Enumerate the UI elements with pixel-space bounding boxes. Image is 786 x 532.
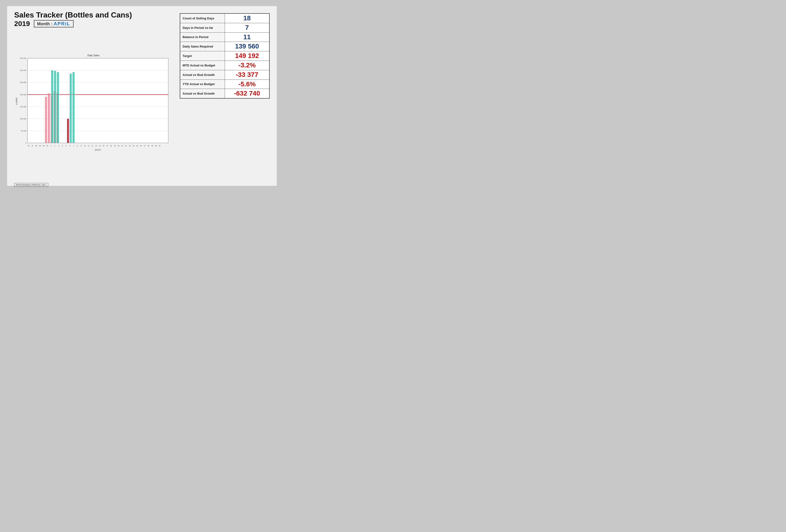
svg-text:250 000: 250 000: [20, 81, 26, 84]
svg-text:300 000: 300 000: [20, 69, 26, 71]
chart-container: Daily Sales 0 50 000 100 000: [14, 30, 173, 181]
svg-text:3: 3: [58, 145, 59, 147]
stats-table: Count of Selling Days18Days in Period so…: [180, 13, 270, 99]
chart-title: Daily Sales: [87, 54, 99, 57]
svg-text:7: 7: [73, 145, 74, 147]
svg-text:15: 15: [103, 145, 105, 147]
svg-text:8: 8: [77, 145, 78, 147]
stats-row-0: Count of Selling Days18: [180, 14, 270, 23]
stats-row-7: YTD Actual vs Budget-5.6%: [180, 79, 270, 89]
svg-text:350 000: 350 000: [20, 57, 26, 59]
svg-text:26: 26: [140, 145, 142, 147]
stats-label-2: Balance in Period: [180, 32, 225, 42]
svg-rect-27: [67, 119, 69, 143]
svg-rect-20: [48, 93, 50, 143]
svg-text:12: 12: [92, 145, 93, 147]
stats-value-8: -632 740: [225, 89, 270, 98]
stats-row-2: Balance in Period11: [180, 32, 270, 42]
stats-label-1: Days in Period so far: [180, 23, 225, 32]
stats-row-1: Days in Period so far7: [180, 23, 270, 32]
stats-label-5: MTD Actual vs Budget: [180, 61, 225, 70]
title-area: Sales Tracker (Bottles and Cans) 2019 Mo…: [14, 11, 173, 28]
stats-value-2: 11: [225, 32, 270, 42]
stats-label-3: Daily Sales Required: [180, 42, 225, 51]
right-panel: Count of Selling Days18Days in Period so…: [180, 11, 270, 181]
year-label: 2019: [14, 20, 30, 28]
svg-text:29: 29: [39, 145, 41, 147]
chart-svg: Daily Sales 0 50 000 100 000: [14, 30, 173, 181]
stats-label-0: Count of Selling Days: [180, 14, 225, 23]
stats-row-3: Daily Sales Required139 560: [180, 42, 270, 51]
svg-text:30: 30: [43, 145, 45, 147]
stats-value-7: -5.6%: [225, 79, 270, 89]
stats-value-5: -3.2%: [225, 61, 270, 70]
svg-text:9: 9: [80, 145, 82, 147]
svg-text:200 000: 200 000: [20, 94, 26, 96]
month-value: APRiL: [54, 21, 70, 26]
svg-text:30: 30: [155, 145, 157, 147]
svg-text:10: 10: [84, 145, 86, 147]
month-label-static: Month :: [37, 22, 52, 26]
svg-text:27: 27: [32, 145, 33, 147]
stats-row-5: MTD Actual vs Budget-3.2%: [180, 61, 270, 70]
responsible-box: RESPONSIBLE PERSON: OB 1: [14, 183, 48, 187]
svg-text:26: 26: [28, 145, 29, 147]
svg-text:28: 28: [35, 145, 37, 147]
svg-text:0: 0: [25, 142, 26, 144]
stats-value-6: -33 377: [225, 70, 270, 79]
stats-value-1: 7: [225, 23, 270, 32]
stats-label-6: Actual vs Bud Growth: [180, 70, 225, 79]
svg-rect-24: [51, 70, 53, 143]
whiteboard: Sales Tracker (Bottles and Cans) 2019 Mo…: [7, 6, 277, 186]
svg-text:17: 17: [107, 145, 108, 147]
left-panel: Sales Tracker (Bottles and Cans) 2019 Mo…: [14, 11, 173, 181]
svg-text:150 000: 150 000: [20, 106, 26, 108]
stats-label-8: Actual vs Bud Growth: [180, 89, 225, 98]
svg-rect-28: [70, 74, 72, 143]
svg-rect-25: [54, 71, 56, 143]
svg-text:2: 2: [54, 145, 55, 147]
svg-text:20: 20: [118, 145, 119, 147]
svg-text:CASES: CASES: [15, 97, 18, 105]
stats-value-0: 18: [225, 14, 270, 23]
svg-text:29: 29: [152, 145, 153, 147]
stats-value-3: 139 560: [225, 42, 270, 51]
svg-rect-19: [45, 97, 47, 143]
svg-text:6: 6: [70, 145, 70, 147]
svg-text:19: 19: [114, 145, 116, 147]
svg-text:18: 18: [110, 145, 112, 147]
svg-text:25: 25: [137, 145, 138, 147]
svg-text:14: 14: [99, 145, 101, 147]
svg-text:22: 22: [125, 145, 127, 147]
svg-text:11: 11: [88, 145, 90, 147]
svg-text:31: 31: [159, 145, 161, 147]
svg-text:100 000: 100 000: [20, 118, 26, 120]
svg-text:1: 1: [51, 145, 52, 147]
stats-row-8: Actual vs Bud Growth-632 740: [180, 89, 270, 98]
svg-rect-29: [73, 72, 74, 143]
svg-text:23: 23: [129, 145, 131, 147]
month-box: Month : APRiL: [34, 20, 74, 27]
svg-text:13: 13: [95, 145, 97, 147]
svg-text:50 000: 50 000: [21, 130, 26, 132]
svg-text:27: 27: [144, 145, 146, 147]
svg-rect-26: [57, 72, 59, 143]
svg-text:28: 28: [147, 145, 149, 147]
stats-label-4: Target: [180, 51, 225, 61]
svg-text:4: 4: [62, 145, 63, 147]
svg-text:24: 24: [133, 145, 135, 147]
stats-row-6: Actual vs Bud Growth-33 377: [180, 70, 270, 79]
stats-value-4: 149 192: [225, 51, 270, 61]
stats-label-7: YTD Actual vs Budget: [180, 79, 225, 89]
svg-text:DAYS: DAYS: [95, 149, 101, 151]
svg-text:31: 31: [47, 145, 48, 147]
svg-text:21: 21: [121, 145, 123, 147]
year-month-row: 2019 Month : APRiL: [14, 20, 173, 28]
stats-row-4: Target149 192: [180, 51, 270, 61]
svg-text:5: 5: [66, 145, 67, 147]
main-title: Sales Tracker (Bottles and Cans): [14, 11, 173, 19]
